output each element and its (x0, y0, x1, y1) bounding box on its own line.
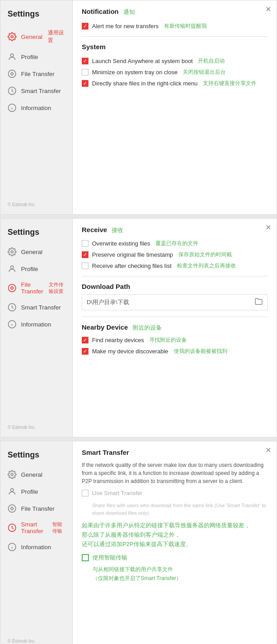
receive-after-check-cn: 检查文件列表之后再接收 (177, 262, 236, 270)
sidebar-title-1: Settings (0, 5, 72, 25)
svg-point-1 (11, 54, 14, 57)
overwrite-files-row: Overwrite existing files 覆盖已存在的文件 (82, 240, 268, 247)
main-content-general: ✕ Notification 通知 Alert me for new trans… (73, 0, 277, 214)
share-note: Share files with users who download from… (92, 502, 268, 517)
sidebar-item-label-smart-2: Smart Transfer (21, 304, 61, 311)
sidebar-footer-3: © Estmob Inc. (0, 634, 43, 644)
sidebar-item-filetransfer-2[interactable]: File Transfer 文件传输设置 (0, 277, 72, 299)
use-smart-checkbox[interactable] (82, 490, 88, 496)
main-content-smart: ✕ Smart Transfer If the network quality … (73, 441, 277, 644)
gear-icon-3 (8, 470, 17, 479)
sidebar-item-info-1[interactable]: Information (0, 99, 72, 116)
person-icon-1 (8, 52, 17, 61)
person-icon-2 (8, 264, 17, 273)
main-content-filetransfer: ✕ Receive 接收 Overwrite existing files 覆盖… (73, 219, 277, 437)
preserve-timestamp-cn: 保存原始文件的时间截 (178, 251, 232, 258)
cn-share-note: 与从相同链接下载的用户共享文件（仅限对象也开启了Smart Transfer） (92, 565, 268, 583)
receive-after-check-label: Receive after checking files list (92, 263, 172, 269)
smart-icon-2 (8, 303, 17, 312)
sidebar-item-label-filetransfer-3: File Transfer (21, 505, 55, 512)
sidebar-item-label-profile-1: Profile (21, 54, 38, 60)
alert-new-transfers-label: Alert me for new transfers (92, 23, 159, 30)
close-button-1[interactable]: ✕ (265, 5, 271, 13)
svg-point-2 (8, 70, 16, 78)
info-icon-2 (8, 320, 17, 329)
receive-after-check-checkbox[interactable] (82, 263, 88, 269)
find-nearby-label: Find nearby devices (92, 337, 144, 343)
sidebar-item-label-general: General (21, 34, 42, 40)
make-discoverable-label: Make my device discoverable (92, 348, 168, 355)
gear-icon (8, 32, 17, 41)
sidebar-item-profile-1[interactable]: Profile (0, 48, 72, 65)
divider-1 (82, 36, 268, 37)
settings-panel-smart: Settings General Profile File Transfer S… (0, 441, 277, 644)
alert-new-transfers-checkbox[interactable] (82, 23, 88, 30)
sidebar-item-label-info-3: Information (21, 544, 51, 551)
cn-use-smart-checkbox[interactable] (82, 554, 89, 561)
overwrite-files-checkbox[interactable] (82, 240, 88, 247)
sidebar-item-label-smart-3: Smart Transfer (21, 521, 47, 534)
minimize-tray-row: Minimize on system tray on close 关闭按钮退出后… (82, 68, 268, 76)
svg-point-7 (11, 251, 13, 253)
notification-title: Notification (82, 8, 119, 15)
sidebar-item-profile-2[interactable]: Profile (0, 260, 72, 277)
smart-transfer-cn-desc: 如果由于许多用户从特定的链接下载导致服务器的网络质量较差， 那么除了从服务器传输… (82, 521, 268, 549)
sidebar-footer-1: © Estmob Inc. (0, 198, 43, 212)
launch-boot-checkbox[interactable] (82, 58, 88, 64)
sidebar-item-filetransfer-3[interactable]: File Transfer (0, 500, 72, 517)
svg-point-0 (11, 36, 13, 38)
sidebar-item-info-2[interactable]: Information (0, 316, 72, 333)
alert-new-transfers-cn: 有新传输时提醒我 (164, 22, 207, 30)
sidebar-item-label-filetransfer-2: File Transfer (21, 281, 43, 295)
sidebar-item-profile-3[interactable]: Profile (0, 483, 72, 500)
minimize-tray-label: Minimize on system tray on close (92, 69, 177, 76)
nearby-device-title-cn: 附近的设备 (133, 324, 162, 331)
sidebar-item-cn-filetransfer-2: 文件传输设置 (49, 281, 65, 295)
gear-icon-2 (8, 247, 17, 256)
svg-point-14 (11, 474, 13, 476)
system-title: System (82, 43, 105, 51)
right-click-share-cn: 支持右键直接分享文件 (203, 80, 256, 87)
alert-new-transfers-row: Alert me for new transfers 有新传输时提醒我 (82, 22, 268, 30)
launch-boot-row: Launch Send Anywhere at system boot 开机自启… (82, 57, 268, 65)
sidebar-general: Settings General 通用设置 Profile File Trans… (0, 0, 73, 214)
smart-icon-1 (8, 86, 17, 95)
sidebar-item-label-general-2: General (21, 249, 42, 255)
make-discoverable-checkbox[interactable] (82, 348, 88, 355)
minimize-tray-cn: 关闭按钮退出后台 (183, 68, 226, 76)
find-nearby-checkbox[interactable] (82, 337, 88, 343)
sidebar-item-smart-2[interactable]: Smart Transfer (0, 299, 72, 316)
sidebar-title-2: Settings (0, 223, 72, 243)
sidebar-item-info-3[interactable]: Information (0, 538, 72, 555)
right-click-share-row: Directly share files in the right-click … (82, 80, 268, 87)
use-smart-label: Use Smart Transfer (92, 490, 143, 496)
sidebar-item-smarttransfer-1[interactable]: Smart Transfer (0, 82, 72, 99)
svg-point-9 (8, 284, 16, 292)
sidebar-item-filetransfer-1[interactable]: File Transfer (0, 65, 72, 82)
sidebar-item-general[interactable]: General 通用设置 (0, 25, 72, 48)
close-button-2[interactable]: ✕ (265, 223, 271, 232)
sidebar-item-general-3[interactable]: General (0, 466, 72, 483)
right-click-share-checkbox[interactable] (82, 80, 88, 87)
find-nearby-cn: 寻找附近的设备 (149, 336, 187, 344)
sidebar-footer-2: © Estmob Inc. (0, 420, 43, 434)
sidebar-item-label-info-2: Information (21, 321, 51, 328)
divider-3 (82, 317, 268, 317)
preserve-timestamp-checkbox[interactable] (82, 251, 88, 258)
sidebar-item-general-2[interactable]: General (0, 243, 72, 260)
sidebar-item-smart-3[interactable]: Smart Transfer 智能传输 (0, 517, 72, 538)
download-path-container[interactable]: D\用户目录\下载 (82, 294, 268, 310)
sidebar-item-cn-smart-3: 智能传输 (52, 521, 65, 534)
settings-panel-general: Settings General 通用设置 Profile File Trans… (0, 0, 277, 215)
cn-use-smart-row: 使用智能传输 (82, 553, 268, 562)
minimize-tray-checkbox[interactable] (82, 69, 88, 76)
make-discoverable-row: Make my device discoverable 使我的设备能被被找到 (82, 347, 268, 355)
overwrite-files-cn: 覆盖已存在的文件 (155, 240, 198, 247)
receive-title: Receive (82, 226, 107, 233)
folder-icon[interactable] (255, 297, 263, 307)
svg-point-15 (11, 488, 14, 491)
close-button-3[interactable]: ✕ (265, 446, 271, 454)
download-path-title: Download Path (82, 283, 130, 290)
svg-point-16 (8, 505, 16, 513)
use-smart-transfer-row: Use Smart Transfer (82, 490, 268, 499)
